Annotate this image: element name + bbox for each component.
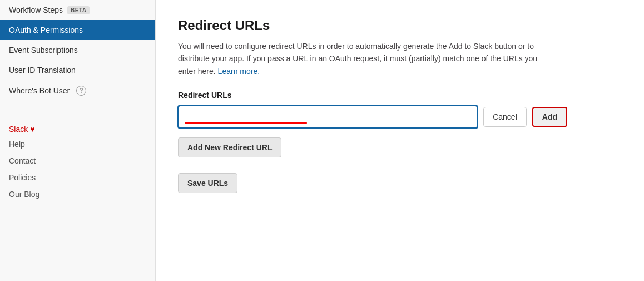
slack-heart-label: Slack ♥ [0,119,155,136]
sidebar-item-user-id-translation[interactable]: User ID Translation [0,60,155,80]
save-urls-button[interactable]: Save URLs [178,173,237,193]
url-input[interactable] [178,105,478,129]
page-title: Redirect URLs [178,18,622,33]
sidebar-item-policies[interactable]: Policies [0,169,155,186]
heart-icon: ♥ [30,125,34,134]
sidebar-item-oauth-permissions[interactable]: OAuth & Permissions [0,20,155,40]
help-section: Slack ♥ Help Contact Policies Our Blog [0,115,155,203]
description: You will need to configure redirect URLs… [178,40,556,77]
url-input-wrapper [178,105,478,129]
add-button[interactable]: Add [532,107,567,127]
redirect-urls-label: Redirect URLs [178,91,622,100]
sidebar-item-label: OAuth & Permissions [9,26,83,34]
sidebar-item-workflow-steps[interactable]: Workflow Steps BETA [0,0,155,20]
sidebar-item-our-blog[interactable]: Our Blog [0,186,155,203]
sidebar-item-help[interactable]: Help [0,136,155,152]
main-content: Redirect URLs You will need to configure… [156,0,644,281]
cancel-button[interactable]: Cancel [483,107,527,127]
sidebar-item-label: Where's Bot User [9,86,70,95]
sidebar-item-label: Event Subscriptions [9,46,78,55]
save-urls-button-wrapper: Save URLs [178,173,622,193]
sidebar-item-label: User ID Translation [9,66,76,75]
workflow-steps-label: Workflow Steps [9,6,63,14]
add-new-button-wrapper: Add New Redirect URL [178,137,622,166]
url-input-row: Cancel Add [178,105,567,129]
beta-badge: BETA [67,6,90,14]
sidebar-item-contact[interactable]: Contact [0,152,155,169]
sidebar: Workflow Steps BETA OAuth & Permissions … [0,0,156,281]
learn-more-link[interactable]: Learn more. [218,67,260,76]
sidebar-item-event-subscriptions[interactable]: Event Subscriptions [0,40,155,60]
add-new-redirect-button[interactable]: Add New Redirect URL [178,137,281,157]
sidebar-item-wheres-bot-user[interactable]: Where's Bot User ? [0,80,155,101]
slack-label: Slack [9,125,28,134]
red-squiggle [185,122,307,124]
question-icon: ? [76,86,86,96]
